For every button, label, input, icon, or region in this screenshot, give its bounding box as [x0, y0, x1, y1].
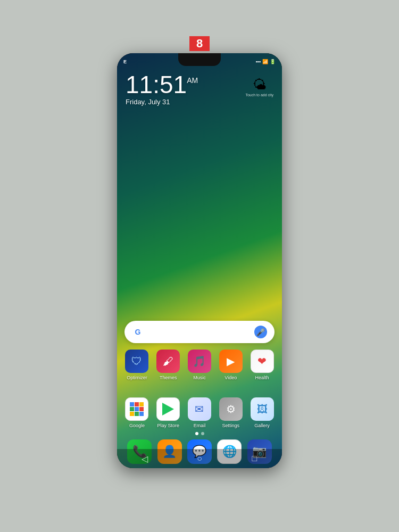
app-playstore[interactable]: Play Store [154, 397, 182, 428]
app-row-1: 🛡 Optimizer 🖌 Themes 🎵 Music [117, 350, 282, 380]
number-badge: 8 [189, 36, 210, 51]
app-email[interactable]: ✉ Email [186, 397, 213, 428]
app-settings[interactable]: ⚙ Settings [217, 397, 245, 428]
video-icon: ▶ [219, 350, 243, 373]
google-g-logo: G [132, 326, 144, 338]
badge-number: 8 [196, 37, 203, 51]
weather-icon: 🌤 [245, 77, 273, 93]
optimizer-label: Optimizer [127, 375, 147, 380]
health-icon: ❤ [251, 350, 274, 373]
app-optimizer[interactable]: 🛡 Optimizer [123, 350, 151, 380]
app-gallery[interactable]: 🖼 Gallery [248, 397, 276, 428]
health-label: Health [255, 375, 269, 380]
page-background: 8 E ▪▪▪ 📶 🔋 11:51AM Friday, July 31 [0, 0, 399, 532]
clock-area: 11:51AM Friday, July 31 [126, 72, 198, 106]
clock-time: 11:51AM [126, 72, 198, 97]
themes-label: Themes [160, 375, 177, 380]
home-button[interactable]: ○ [192, 451, 207, 467]
wifi-icon: 📶 [262, 59, 268, 64]
google-search-bar[interactable]: G 🎤 [124, 321, 275, 343]
am-pm: AM [187, 77, 198, 84]
app-video[interactable]: ▶ Video [217, 350, 245, 380]
playstore-icon [156, 397, 180, 421]
status-right: ▪▪▪ 📶 🔋 [255, 59, 276, 64]
app-music[interactable]: 🎵 Music [186, 350, 213, 380]
phone-screen: E ▪▪▪ 📶 🔋 11:51AM Friday, July 31 🌤 Touc… [117, 53, 282, 468]
app-health[interactable]: ❤ Health [248, 350, 276, 380]
phone-device: E ▪▪▪ 📶 🔋 11:51AM Friday, July 31 🌤 Touc… [117, 53, 282, 468]
battery-icon: 🔋 [270, 59, 276, 64]
music-label: Music [193, 375, 206, 380]
status-bar: E ▪▪▪ 📶 🔋 [117, 53, 282, 70]
music-icon: 🎵 [188, 350, 211, 373]
themes-icon: 🖌 [156, 350, 180, 373]
weather-widget[interactable]: 🌤 Touch to add city [245, 77, 273, 97]
google-icon [125, 397, 148, 421]
email-icon: ✉ [188, 397, 211, 421]
gallery-icon: 🖼 [251, 397, 274, 421]
mic-icon[interactable]: 🎤 [254, 326, 267, 338]
video-label: Video [225, 375, 237, 380]
settings-icon: ⚙ [219, 397, 243, 421]
recent-button[interactable]: □ [246, 451, 262, 467]
app-google[interactable]: Google [123, 397, 151, 428]
email-label: Email [194, 423, 206, 428]
page-dots [117, 432, 282, 435]
settings-label: Settings [222, 423, 240, 428]
app-themes[interactable]: 🖌 Themes [154, 350, 182, 380]
clock-date: Friday, July 31 [126, 98, 198, 106]
nav-bar: ◁ ○ □ [117, 449, 282, 468]
google-label: Google [129, 423, 145, 428]
dot-1 [195, 432, 198, 435]
optimizer-icon: 🛡 [125, 350, 148, 373]
playstore-label: Play Store [157, 423, 179, 428]
signal-icon: ▪▪▪ [255, 59, 261, 64]
dot-2 [201, 432, 204, 435]
weather-touch-label: Touch to add city [245, 93, 273, 97]
back-button[interactable]: ◁ [137, 451, 153, 467]
app-row-2: Google Play Store ✉ Email ⚙ [117, 397, 282, 428]
status-left: E [123, 59, 127, 64]
gallery-label: Gallery [254, 423, 270, 428]
